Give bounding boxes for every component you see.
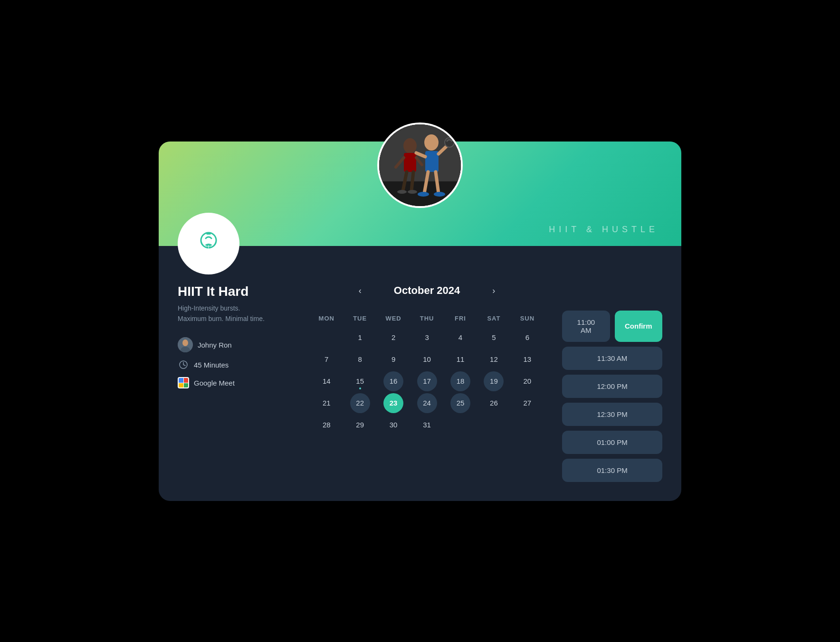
instructor-row: Johny Ron: [178, 337, 292, 352]
day-4[interactable]: 4: [450, 328, 470, 348]
svg-rect-22: [206, 233, 211, 235]
svg-point-16: [418, 192, 429, 197]
day-30[interactable]: 30: [383, 415, 403, 435]
day-28[interactable]: 28: [316, 415, 336, 435]
day-13[interactable]: 13: [517, 349, 537, 369]
clock-icon: [178, 359, 189, 370]
svg-point-24: [182, 340, 188, 346]
day-27[interactable]: 27: [517, 393, 537, 413]
day-25[interactable]: 25: [450, 393, 470, 413]
day-8[interactable]: 8: [350, 349, 370, 369]
day-9[interactable]: 9: [383, 349, 403, 369]
prev-month-button[interactable]: ‹: [355, 284, 365, 298]
duration-label: 45 Minutes: [194, 361, 229, 369]
day-19[interactable]: 19: [484, 371, 504, 391]
day-empty-3: [484, 415, 504, 435]
day-2[interactable]: 2: [383, 328, 403, 348]
svg-point-9: [424, 134, 439, 151]
day-empty-4: [517, 415, 537, 435]
confirm-button[interactable]: Confirm: [615, 311, 662, 342]
time-slot-row-1: 11:00 AM Confirm: [562, 311, 662, 342]
svg-point-19: [408, 190, 417, 194]
day-31[interactable]: 31: [417, 415, 437, 435]
day-22[interactable]: 22: [350, 393, 370, 413]
booking-card: HIIT & HUSTLE HIIT It Hard High-Intensit…: [159, 142, 681, 501]
day-17[interactable]: 17: [417, 371, 437, 391]
photo-inner: [379, 124, 461, 206]
day-11[interactable]: 11: [450, 349, 470, 369]
duration-row: 45 Minutes: [178, 359, 292, 370]
day-24[interactable]: 24: [417, 393, 437, 413]
day-5[interactable]: 5: [484, 328, 504, 348]
svg-point-3: [403, 138, 417, 153]
workout-photo: [377, 123, 463, 208]
calendar-section: ‹ October 2024 › MON TUE WED THU FRI SAT…: [311, 284, 543, 482]
day-header-thu: THU: [411, 311, 442, 326]
day-23[interactable]: 23: [383, 393, 403, 413]
day-29[interactable]: 29: [350, 415, 370, 435]
time-slot-0100pm[interactable]: 01:00 PM: [562, 431, 662, 454]
day-14[interactable]: 14: [316, 371, 336, 391]
day-6[interactable]: 6: [517, 328, 537, 348]
platform-row: Google Meet: [178, 377, 292, 388]
calendar-grid: MON TUE WED THU FRI SAT SUN 1 2 3 4 5 6 …: [311, 311, 543, 435]
svg-point-18: [397, 190, 407, 194]
day-7[interactable]: 7: [316, 349, 336, 369]
class-title: HIIT It Hard: [178, 284, 292, 299]
day-header-fri: FRI: [445, 311, 476, 326]
day-21[interactable]: 21: [316, 393, 336, 413]
day-26[interactable]: 26: [484, 393, 504, 413]
day-empty-2: [450, 415, 470, 435]
info-panel: HIIT It Hard High-Intensity bursts.Maxim…: [178, 284, 292, 482]
day-12[interactable]: 12: [484, 349, 504, 369]
calendar-nav: ‹ October 2024 ›: [311, 284, 543, 298]
header-banner: HIIT & HUSTLE: [159, 142, 681, 246]
svg-rect-4: [404, 153, 416, 172]
time-slot-0130pm[interactable]: 01:30 PM: [562, 459, 662, 482]
time-slot-1200pm[interactable]: 12:00 PM: [562, 375, 662, 398]
next-month-button[interactable]: ›: [488, 284, 499, 298]
calendar-month-label: October 2024: [394, 284, 460, 297]
brand-text: HIIT & HUSTLE: [549, 225, 659, 235]
google-meet-icon: [178, 377, 189, 388]
day-header-tue: TUE: [344, 311, 375, 326]
main-content: HIIT It Hard High-Intensity bursts.Maxim…: [159, 246, 681, 501]
time-slot-1130am[interactable]: 11:30 AM: [562, 347, 662, 370]
svg-rect-10: [425, 151, 439, 172]
day-empty: [316, 328, 336, 348]
day-header-sun: SUN: [512, 311, 543, 326]
day-18[interactable]: 18: [450, 371, 470, 391]
instructor-avatar: [178, 337, 193, 352]
day-16[interactable]: 16: [383, 371, 403, 391]
svg-line-8: [411, 172, 413, 191]
class-description: High-Intensity bursts.Maximum burn. Mini…: [178, 303, 292, 324]
instructor-name: Johny Ron: [198, 341, 232, 349]
time-slots-panel: 11:00 AM Confirm 11:30 AM 12:00 PM 12:30…: [562, 284, 662, 482]
day-10[interactable]: 10: [417, 349, 437, 369]
day-15[interactable]: 15: [350, 371, 370, 391]
time-slot-1100am[interactable]: 11:00 AM: [562, 311, 610, 342]
day-20[interactable]: 20: [517, 371, 537, 391]
platform-label: Google Meet: [194, 379, 235, 387]
day-header-sat: SAT: [478, 311, 509, 326]
day-header-wed: WED: [378, 311, 409, 326]
logo-circle: [178, 213, 239, 274]
day-header-mon: MON: [311, 311, 342, 326]
time-slot-1230pm[interactable]: 12:30 PM: [562, 403, 662, 426]
svg-point-17: [434, 192, 445, 197]
day-3[interactable]: 3: [417, 328, 437, 348]
day-1[interactable]: 1: [350, 328, 370, 348]
